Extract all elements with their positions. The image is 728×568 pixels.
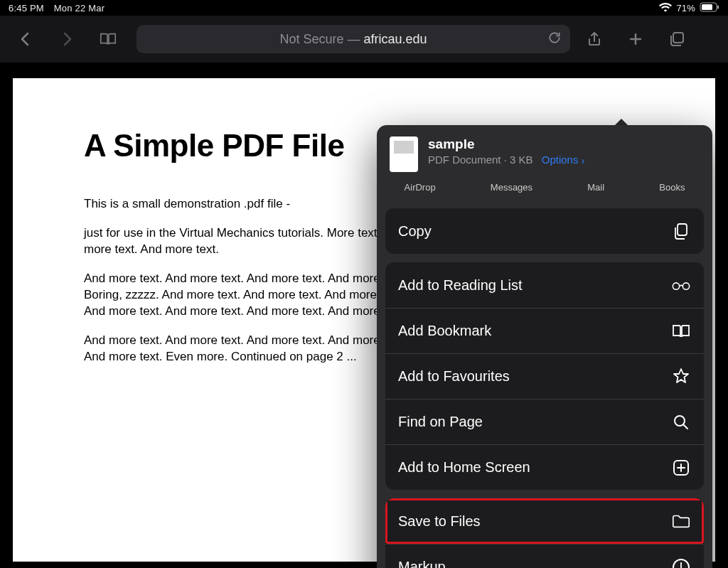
action-label: Find on Page: [398, 414, 483, 430]
action-label: Add to Favourites: [398, 368, 510, 385]
address-host: africau.edu: [363, 32, 427, 46]
action-copy[interactable]: Copy: [385, 208, 704, 254]
action-bookmark[interactable]: Add Bookmark: [385, 308, 704, 353]
action-label: Add to Home Screen: [398, 459, 530, 476]
share-options-button[interactable]: Options ›: [542, 154, 585, 166]
chevron-right-icon: ›: [582, 154, 585, 166]
svg-point-5: [673, 283, 679, 289]
battery-icon: [700, 2, 719, 14]
address-security: Not Secure —: [279, 32, 363, 46]
action-find[interactable]: Find on Page: [385, 399, 704, 444]
share-button[interactable]: [577, 23, 611, 55]
forward-button[interactable]: [50, 23, 84, 55]
action-label: Copy: [398, 223, 432, 240]
status-time: 6:45 PM: [9, 3, 44, 14]
share-sheet: sample PDF Document · 3 KB Options › Air…: [377, 125, 712, 568]
document-title: sample: [428, 136, 585, 152]
action-label: Add Bookmark: [398, 323, 491, 339]
action-label: Markup: [398, 559, 446, 568]
address-bar[interactable]: Not Secure — africau.edu: [136, 25, 570, 53]
action-label: Add to Reading List: [398, 277, 523, 294]
svg-rect-2: [702, 4, 712, 10]
folder-icon: [671, 511, 691, 531]
browser-toolbar: Not Secure — africau.edu: [0, 16, 728, 63]
star-icon: [671, 367, 691, 387]
document-thumbnail: [390, 136, 418, 172]
plus-square-icon: [671, 458, 691, 478]
action-label: Save to Files: [398, 513, 481, 530]
svg-rect-1: [717, 5, 719, 9]
action-favourites[interactable]: Add to Favourites: [385, 353, 704, 399]
share-header: sample PDF Document · 3 KB Options ›: [377, 125, 712, 179]
status-battery-pct: 71%: [676, 3, 695, 14]
status-date: Mon 22 Mar: [54, 3, 105, 14]
copy-icon: [671, 221, 691, 241]
svg-point-6: [682, 283, 689, 289]
new-tab-button[interactable]: [619, 23, 653, 55]
share-app-messages[interactable]: Messages: [491, 182, 532, 193]
action-save-to-files[interactable]: Save to Files: [385, 498, 704, 544]
bookmarks-button[interactable]: [91, 23, 125, 55]
share-app-books[interactable]: Books: [659, 182, 685, 193]
share-app-airdrop[interactable]: AirDrop: [405, 182, 436, 193]
book-icon: [671, 321, 691, 341]
search-icon: [671, 412, 691, 432]
glasses-icon: [671, 275, 691, 295]
action-reading-list[interactable]: Add to Reading List: [385, 262, 704, 308]
action-home-screen[interactable]: Add to Home Screen: [385, 444, 704, 490]
share-app-row: AirDrop Messages Mail Books: [377, 179, 712, 200]
status-bar: 6:45 PM Mon 22 Mar 71%: [0, 0, 728, 16]
svg-rect-3: [673, 33, 683, 43]
markup-icon: [671, 557, 691, 569]
tabs-button[interactable]: [660, 23, 694, 55]
share-app-mail[interactable]: Mail: [587, 182, 604, 193]
action-markup[interactable]: Markup: [385, 544, 704, 568]
document-meta: PDF Document · 3 KB: [428, 154, 533, 166]
back-button[interactable]: [9, 23, 43, 55]
svg-rect-4: [678, 224, 687, 235]
reload-button[interactable]: [547, 31, 562, 48]
wifi-icon: [659, 2, 672, 14]
